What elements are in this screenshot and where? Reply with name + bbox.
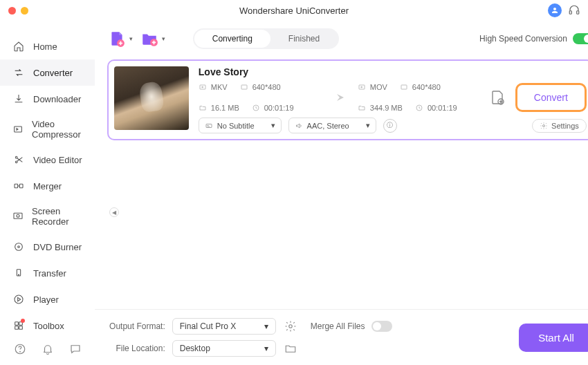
transfer-icon [12, 267, 25, 279]
open-folder-button[interactable] [283, 341, 298, 356]
chevron-down-icon: ▾ [129, 35, 133, 42]
svg-point-4 [15, 161, 17, 163]
svg-rect-0 [569, 11, 571, 15]
sidebar-item-dvd[interactable]: DVD Burner [0, 234, 95, 260]
chevron-down-icon: ▾ [162, 35, 165, 42]
disc-icon [12, 241, 25, 253]
start-all-button[interactable]: Start All [519, 324, 588, 352]
subtitle-select[interactable]: No Subtitle ▾ [199, 118, 282, 133]
add-folder-button[interactable]: ▾ [140, 29, 165, 48]
svg-point-12 [18, 274, 19, 275]
sidebar-item-toolbox[interactable]: Toolbox [0, 312, 95, 339]
src-duration: 00:01:19 [252, 104, 294, 112]
svg-point-9 [15, 243, 23, 251]
play-icon [12, 293, 25, 306]
file-location-select[interactable]: Desktop▾ [172, 340, 276, 357]
sidebar: Home Converter Downloader Video Compress… [0, 21, 95, 365]
svg-rect-5 [15, 184, 18, 187]
sidebar-item-label: Video Compressor [32, 119, 82, 140]
convert-button[interactable]: Convert [515, 83, 587, 112]
sidebar-item-merger[interactable]: Merger [0, 173, 95, 199]
add-folder-icon [140, 29, 159, 48]
src-format: MKV [199, 83, 228, 91]
add-file-button[interactable]: ▾ [107, 29, 133, 48]
svg-rect-25 [359, 85, 365, 89]
download-icon [12, 93, 25, 105]
notification-dot [21, 319, 25, 323]
tab-converting[interactable]: Converting [194, 30, 270, 48]
svg-rect-1 [577, 11, 579, 15]
sidebar-item-home[interactable]: Home [0, 33, 95, 59]
dst-resolution: 640*480 [400, 83, 441, 91]
tab-finished[interactable]: Finished [270, 30, 338, 48]
collapse-sidebar-button[interactable]: ◀ [109, 207, 119, 217]
window-close-button[interactable] [8, 7, 16, 15]
svg-point-31 [289, 325, 293, 328]
svg-rect-23 [241, 85, 247, 89]
sidebar-item-label: Home [33, 41, 57, 52]
output-settings-icon[interactable] [488, 88, 507, 107]
svg-point-8 [17, 214, 19, 217]
arrow-icon [329, 91, 345, 104]
file-title: Love Story [199, 66, 587, 77]
src-size: 16.1 MB [199, 104, 239, 112]
recorder-icon [12, 210, 24, 223]
settings-button[interactable]: Settings [532, 119, 587, 133]
src-resolution: 640*480 [240, 83, 281, 91]
user-avatar-button[interactable] [548, 3, 562, 17]
sidebar-item-label: Video Editor [33, 155, 82, 165]
app-title: Wondershare UniConverter [239, 6, 349, 16]
sidebar-item-converter[interactable]: Converter [0, 59, 95, 86]
svg-rect-16 [15, 326, 19, 330]
window-minimize-button[interactable] [21, 7, 28, 15]
svg-rect-29 [206, 124, 212, 127]
dst-size: 344.9 MB [358, 104, 403, 112]
svg-rect-7 [14, 213, 22, 218]
svg-rect-22 [200, 85, 205, 89]
merge-label: Merge All Files [311, 321, 365, 331]
sidebar-item-recorder[interactable]: Screen Recorder [0, 199, 95, 234]
scissors-icon [12, 153, 25, 166]
compressor-icon [12, 123, 24, 135]
sidebar-item-label: Transfer [33, 268, 66, 279]
svg-point-3 [15, 156, 17, 158]
converter-icon [12, 66, 25, 79]
file-location-label: File Location: [107, 344, 165, 353]
home-icon [12, 40, 25, 53]
feedback-button[interactable] [68, 341, 83, 357]
sidebar-item-compressor[interactable]: Video Compressor [0, 112, 95, 147]
file-card[interactable]: Love Story MKV 640*480 16.1 MB 00:01:19 [107, 59, 588, 140]
sidebar-item-label: DVD Burner [33, 242, 82, 252]
output-settings-gear-icon[interactable] [283, 319, 298, 334]
hsc-label: High Speed Conversion [479, 34, 567, 44]
merger-icon [12, 180, 25, 192]
dst-format: MOV [358, 83, 387, 91]
sidebar-item-label: Screen Recorder [32, 206, 82, 227]
notifications-button[interactable] [40, 341, 55, 357]
support-icon[interactable] [567, 3, 581, 17]
svg-rect-6 [19, 184, 23, 187]
sidebar-item-transfer[interactable]: Transfer [0, 260, 95, 286]
hsc-toggle[interactable] [573, 33, 588, 44]
sidebar-item-label: Converter [33, 68, 73, 78]
svg-point-19 [20, 351, 21, 352]
merge-toggle[interactable] [371, 321, 392, 332]
help-button[interactable] [12, 341, 28, 357]
info-button[interactable]: ⓘ [383, 119, 397, 133]
svg-point-13 [15, 295, 23, 303]
sidebar-item-label: Toolbox [33, 321, 64, 331]
sidebar-item-player[interactable]: Player [0, 286, 95, 312]
svg-rect-17 [19, 326, 23, 330]
svg-rect-26 [401, 85, 407, 89]
dst-duration: 00:01:19 [415, 104, 457, 112]
output-format-label: Output Format: [107, 321, 165, 331]
sidebar-item-label: Player [33, 294, 59, 305]
sidebar-item-label: Downloader [33, 94, 81, 104]
audio-select[interactable]: AAC, Stereo ▾ [288, 118, 376, 133]
svg-point-10 [18, 246, 20, 248]
sidebar-item-editor[interactable]: Video Editor [0, 147, 95, 173]
output-format-select[interactable]: Final Cut Pro X▾ [172, 318, 276, 335]
add-file-icon [107, 29, 127, 48]
video-thumbnail[interactable] [114, 66, 189, 130]
sidebar-item-downloader[interactable]: Downloader [0, 86, 95, 112]
